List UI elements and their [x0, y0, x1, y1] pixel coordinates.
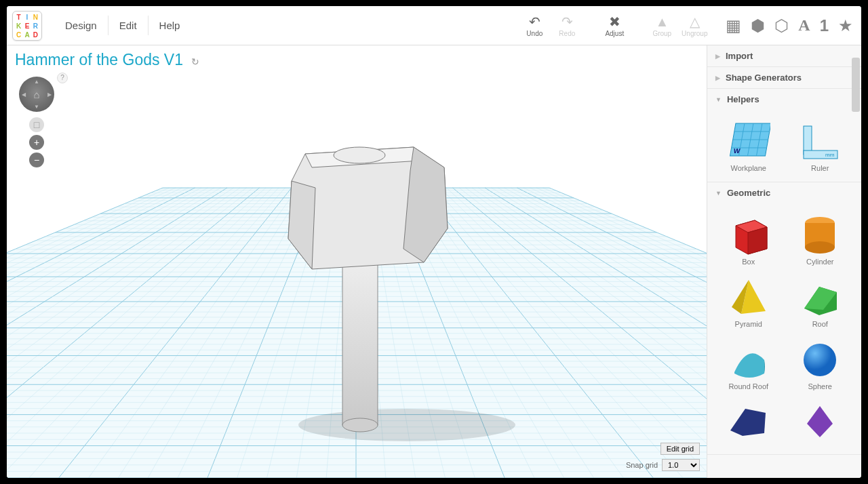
- tool-cluster: ↶ Undo ↷ Redo ✖ Adjust ▲ Group △ Ungroup…: [518, 14, 853, 37]
- undo-button[interactable]: ↶ Undo: [518, 14, 551, 37]
- ungroup-button[interactable]: △ Ungroup: [678, 14, 711, 37]
- sidebar-scrollbar[interactable]: [852, 58, 860, 112]
- section-helpers: ▼Helpers W Workplane mm Ruler: [707, 89, 861, 182]
- view-solid-icon[interactable]: ⬢: [751, 16, 765, 35]
- section-import: ▶Import: [707, 45, 861, 67]
- group-icon: ▲: [646, 14, 678, 29]
- helper-workplane[interactable]: W Workplane: [714, 115, 783, 172]
- edit-grid-button[interactable]: Edit grid: [660, 443, 700, 455]
- logo[interactable]: TINKERCAD: [12, 11, 42, 41]
- number-tool-icon[interactable]: 1: [820, 16, 829, 35]
- main-menu: Design Edit Help: [54, 16, 191, 35]
- topbar: TINKERCAD Design Edit Help ↶ Undo ↷ Redo…: [7, 6, 861, 45]
- view-wire-icon[interactable]: ⬡: [774, 16, 789, 35]
- shape-roof[interactable]: Roof: [786, 271, 855, 328]
- section-geometric: ▼Geometric Box Cylinder Pyramid Roof Rou…: [707, 182, 861, 455]
- sphere-icon: [793, 334, 846, 382]
- shape-round-roof[interactable]: Round Roof: [714, 334, 783, 390]
- snap-grid-control: Snap grid 1.0: [626, 459, 700, 471]
- cylinder-icon: [793, 209, 846, 258]
- toggle-grid-icon[interactable]: ▦: [726, 16, 741, 35]
- svg-point-125: [342, 418, 378, 432]
- group-button[interactable]: ▲ Group: [646, 14, 678, 37]
- shape-sphere[interactable]: Sphere: [786, 334, 855, 390]
- undo-icon: ↶: [518, 14, 551, 29]
- ruler-icon: mm: [793, 115, 846, 164]
- svg-point-152: [804, 344, 836, 376]
- svg-point-130: [334, 147, 385, 163]
- svg-text:mm: mm: [825, 152, 835, 158]
- ungroup-icon: △: [678, 14, 711, 29]
- svg-marker-153: [730, 409, 766, 436]
- section-shape-generators: ▶Shape Generators: [707, 67, 861, 89]
- app-window: TINKERCAD Design Edit Help ↶ Undo ↷ Redo…: [7, 6, 861, 478]
- workplane-scene: [7, 45, 707, 478]
- shape-pyramid[interactable]: Pyramid: [714, 271, 783, 328]
- adjust-button[interactable]: ✖ Adjust: [598, 14, 631, 37]
- view-buttons: ▦ ⬢ ⬡ A 1 ★: [726, 16, 853, 35]
- snap-grid-select[interactable]: 1.0: [662, 459, 700, 471]
- helper-ruler[interactable]: mm Ruler: [786, 115, 855, 172]
- menu-edit[interactable]: Edit: [108, 16, 149, 35]
- shape-box[interactable]: Box: [714, 209, 783, 266]
- pyramid-icon: [722, 271, 775, 320]
- menu-help[interactable]: Help: [149, 16, 191, 35]
- redo-button[interactable]: ↷ Redo: [551, 14, 583, 37]
- shape-extra-1[interactable]: [714, 396, 783, 445]
- box-icon: [722, 209, 775, 258]
- shape-cylinder[interactable]: Cylinder: [786, 209, 855, 266]
- round-roof-icon: [722, 334, 775, 382]
- shape-extra-2[interactable]: [786, 396, 855, 445]
- shapes-sidebar[interactable]: ▶Import ▶Shape Generators ▼Helpers W Wor…: [707, 45, 861, 478]
- svg-point-147: [805, 241, 835, 254]
- favorites-icon[interactable]: ★: [838, 16, 853, 35]
- canvas[interactable]: Hammer of the Gods V1 ↻ ? ◀⌂▶ □ + −: [7, 45, 707, 478]
- redo-icon: ↷: [551, 14, 583, 29]
- text-tool-icon[interactable]: A: [798, 16, 810, 35]
- roof-icon: [793, 271, 846, 320]
- snap-grid-label: Snap grid: [626, 461, 658, 469]
- workplane-icon: W: [722, 115, 775, 164]
- svg-marker-154: [807, 406, 833, 437]
- svg-point-123: [298, 409, 515, 441]
- adjust-icon: ✖: [598, 14, 631, 29]
- menu-design[interactable]: Design: [54, 16, 108, 35]
- svg-rect-124: [342, 249, 378, 425]
